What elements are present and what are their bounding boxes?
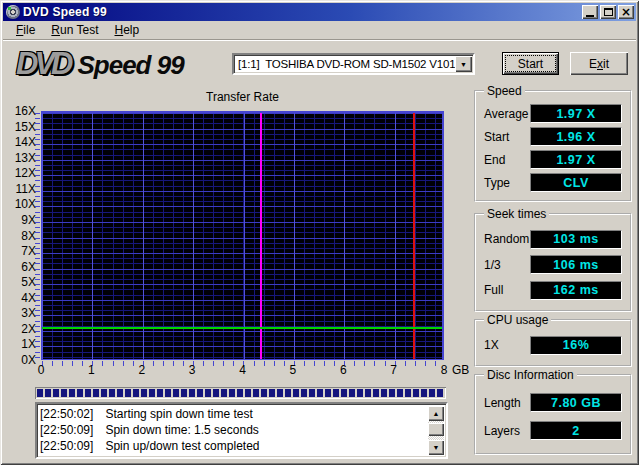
y-axis-label: 5X: [21, 275, 36, 289]
lcd-value: 7.80 GB: [530, 393, 622, 412]
lcd-value: CLV: [530, 173, 622, 192]
y-axis-label: 12X: [15, 166, 36, 180]
y-axis-label: 14X: [15, 135, 36, 149]
row-label: End: [484, 153, 505, 167]
progress-bar-fill: [37, 389, 444, 397]
minimize-icon: [586, 15, 594, 17]
scroll-thumb[interactable]: [428, 423, 444, 436]
y-axis-label: 9X: [21, 213, 36, 227]
y-axis-label: 3X: [21, 306, 36, 320]
lcd-value: 106 ms: [530, 255, 622, 274]
x-axis-label: 3: [184, 363, 200, 377]
lcd-value: 103 ms: [530, 230, 622, 249]
log-message: Spin down time: 1.5 seconds: [105, 422, 258, 438]
app-logo: DVDSpeed 99: [16, 46, 184, 82]
chart-title: Transfer Rate: [41, 90, 444, 104]
disc-length-row: Length7.80 GB: [484, 393, 622, 412]
x-axis-label: 7: [386, 363, 402, 377]
speed-type-row: TypeCLV: [484, 173, 622, 192]
cpu-panel-title: CPU usage: [484, 313, 551, 327]
row-label: Start: [484, 130, 509, 144]
x-axis-label: 2: [134, 363, 150, 377]
disc-information-panel: Disc Information Length7.80 GB Layers2: [474, 374, 632, 455]
x-axis-label: 6: [335, 363, 351, 377]
y-axis-label: 4X: [21, 291, 36, 305]
row-label: Average: [484, 107, 528, 121]
chevron-down-icon[interactable]: ▼: [455, 56, 472, 72]
speed-end-row: End1.97 X: [484, 150, 622, 169]
row-label: 1X: [484, 338, 499, 352]
menu-help[interactable]: Help: [108, 21, 147, 39]
x-axis-label: 0: [33, 363, 49, 377]
lcd-value: 1.97 X: [530, 150, 622, 169]
speed-average-row: Average1.97 X: [484, 104, 622, 123]
lcd-value: 1.97 X: [530, 104, 622, 123]
y-axis-label: 13X: [15, 151, 36, 165]
scroll-down-button[interactable]: ▼: [428, 440, 444, 455]
x-axis-unit: GB: [452, 363, 469, 377]
disc-layers-row: Layers2: [484, 421, 622, 440]
y-axis-label: 6X: [21, 260, 36, 274]
x-axis-labels: 012345678: [33, 363, 452, 377]
cd-disc-icon: [6, 5, 20, 19]
y-axis-label: 15X: [15, 120, 36, 134]
log-timestamp: [22:50:09]: [40, 422, 93, 438]
transfer-rate-line: [42, 327, 442, 329]
log-line[interactable]: [22:50:09]Spin down time: 1.5 seconds: [40, 422, 426, 438]
row-label: Type: [484, 176, 510, 190]
maximize-icon: [604, 8, 613, 16]
lcd-value: 1.96 X: [530, 127, 622, 146]
row-label: Random: [484, 232, 529, 246]
y-axis-label: 2X: [21, 322, 36, 336]
y-axis-label: 10X: [15, 197, 36, 211]
close-button[interactable]: ×: [618, 5, 634, 19]
speed-panel: Speed Average1.97 X Start1.96 X End1.97 …: [474, 90, 632, 202]
row-label: Length: [484, 396, 521, 410]
window-title: DVD Speed 99: [23, 5, 582, 19]
start-button[interactable]: Start: [502, 52, 559, 75]
log-scrollbar[interactable]: ▲ ▼: [428, 406, 444, 455]
menubar: File Run Test Help: [3, 21, 636, 40]
logo-speed-text: Speed 99: [77, 50, 183, 80]
seek-full-row: Full162 ms: [484, 281, 622, 300]
disc-end-marker: [413, 113, 415, 359]
drive-select[interactable]: [1:1] TOSHIBA DVD-ROM SD-M1502 V1012 ▼: [232, 53, 475, 75]
seek-panel-title: Seek times: [484, 207, 549, 221]
log-timestamp: [22:50:09]: [40, 438, 93, 454]
maximize-button[interactable]: [600, 5, 616, 19]
seek-third-row: 1/3106 ms: [484, 255, 622, 274]
close-icon: ×: [621, 6, 631, 18]
menu-file[interactable]: File: [9, 21, 42, 39]
lcd-value: 162 ms: [530, 281, 622, 300]
caption-buttons: ×: [582, 5, 634, 19]
log-listbox[interactable]: [22:50:02]Starting spin down time test[2…: [35, 402, 448, 459]
minimize-button[interactable]: [582, 5, 598, 19]
y-axis-label: 11X: [16, 182, 36, 196]
logo-dvd-text: DVD: [16, 46, 69, 81]
menu-run-test[interactable]: Run Test: [44, 21, 105, 39]
y-axis-labels: 16X15X14X13X12X11X10X9X8X7X6X5X4X3X2X1X0…: [0, 104, 36, 367]
seek-times-panel: Seek times Random103 ms 1/3106 ms Full16…: [474, 213, 632, 312]
transfer-rate-chart: [41, 111, 444, 360]
cpu-1x-row: 1X16%: [484, 336, 622, 355]
y-axis-label: 16X: [15, 104, 36, 118]
y-axis-label: 1X: [21, 337, 36, 351]
titlebar[interactable]: DVD Speed 99 ×: [3, 3, 636, 21]
x-axis-label: 5: [285, 363, 301, 377]
progress-bar: [35, 387, 446, 399]
x-axis-label: 1: [83, 363, 99, 377]
log-line[interactable]: [22:50:09]Spin up/down test completed: [40, 438, 426, 454]
log-line[interactable]: [22:50:02]Starting spin down time test: [40, 406, 426, 422]
x-axis-label: 8: [436, 363, 452, 377]
drive-select-value: [1:1] TOSHIBA DVD-ROM SD-M1502 V1012: [234, 58, 455, 70]
lcd-value: 16%: [530, 336, 622, 355]
scroll-up-button[interactable]: ▲: [428, 406, 444, 421]
exit-button[interactable]: Exit: [570, 52, 628, 75]
log-message: Spin up/down test completed: [105, 438, 259, 454]
log-timestamp: [22:50:02]: [40, 406, 93, 422]
seek-random-row: Random103 ms: [484, 230, 622, 249]
lcd-value: 2: [530, 421, 622, 440]
row-label: 1/3: [484, 258, 501, 272]
speed-start-row: Start1.96 X: [484, 127, 622, 146]
y-axis-label: 7X: [21, 244, 36, 258]
